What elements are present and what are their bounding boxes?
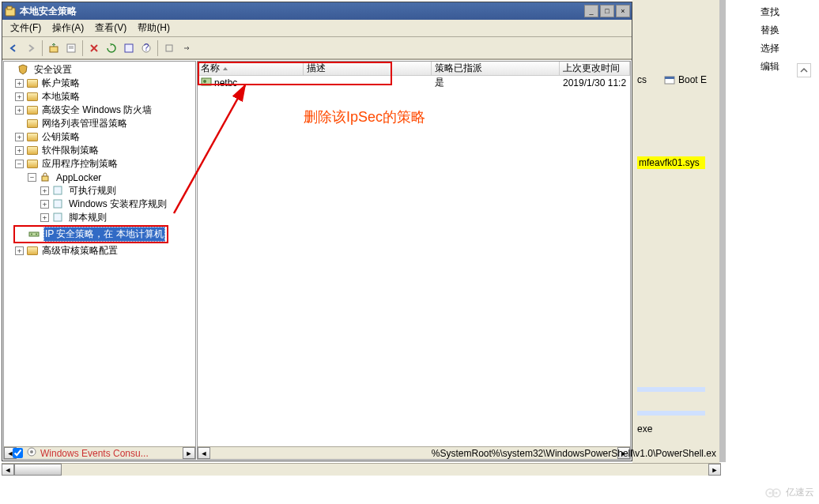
folder-icon: [27, 92, 38, 101]
side-find[interactable]: 查找: [756, 3, 784, 21]
bg-text-cs: cs: [637, 74, 659, 85]
svg-point-27: [776, 491, 778, 494]
menu-help[interactable]: 帮助(H): [133, 20, 175, 36]
svg-rect-12: [42, 176, 48, 181]
col-modified[interactable]: 上次更改时间: [560, 62, 630, 75]
svg-rect-1: [665, 77, 674, 79]
svg-point-20: [203, 80, 206, 83]
folder-icon: [27, 246, 38, 255]
folder-icon: [27, 133, 38, 141]
bottom-path: %SystemRoot%\system32\WindowsPowerShell\…: [432, 448, 716, 459]
export-button[interactable]: [121, 40, 137, 56]
service-icon: [26, 446, 37, 460]
svg-text:?: ?: [144, 43, 149, 53]
back-button[interactable]: [6, 40, 21, 56]
outer-hscrollbar[interactable]: ◄►: [2, 463, 721, 476]
side-replace[interactable]: 替换: [756, 21, 784, 39]
sort-asc-icon: [222, 66, 228, 72]
svg-rect-3: [7, 6, 12, 9]
tree-pubkey[interactable]: +公钥策略: [4, 130, 195, 144]
up-button[interactable]: [46, 40, 62, 56]
tree-account-policy[interactable]: +帐户策略: [4, 77, 195, 90]
bg-text-exe: exe: [637, 423, 652, 434]
titlebar[interactable]: 本地安全策略 _ □ ×: [2, 2, 632, 20]
list-row[interactable]: netbc 是 2019/1/30 11:2: [198, 76, 630, 89]
tree-softrestrict[interactable]: +软件限制策略: [4, 144, 195, 157]
tree-appcontrol[interactable]: −应用程序控制策略: [4, 157, 195, 171]
collapse-icon[interactable]: [797, 63, 811, 77]
folder-icon: [27, 160, 38, 168]
svg-point-18: [36, 233, 37, 235]
side-edit[interactable]: 编辑: [756, 58, 784, 76]
row-checkbox[interactable]: [13, 448, 23, 458]
svg-rect-16: [29, 232, 39, 236]
window-title: 本地安全策略: [20, 5, 584, 18]
menubar: 文件(F) 操作(A) 查看(V) 帮助(H): [2, 20, 632, 37]
toolbar: ?: [2, 37, 632, 59]
side-select[interactable]: 选择: [756, 39, 784, 58]
bottom-label: Windows Events Consu...: [40, 448, 432, 459]
side-menu: 查找 替换 选择 编辑: [756, 3, 784, 76]
rule-icon: [52, 212, 65, 224]
tree-ipsec[interactable]: IP 安全策略，在 本地计算机: [17, 228, 165, 241]
col-assigned[interactable]: 策略已指派: [432, 62, 560, 75]
tree-pane: 安全设置 +帐户策略 +本地策略 +高级安全 Windows 防火墙 网络列表管…: [3, 61, 196, 460]
lock-icon: [40, 171, 52, 184]
properties-button[interactable]: [63, 40, 79, 56]
close-button[interactable]: ×: [616, 5, 630, 17]
svg-point-17: [31, 233, 32, 235]
app-icon: [4, 5, 17, 17]
svg-rect-11: [166, 45, 172, 51]
tree-scriptrules[interactable]: +脚本规则: [4, 211, 195, 224]
folder-icon: [27, 119, 38, 128]
shield-icon: [17, 64, 30, 77]
svg-rect-4: [50, 47, 58, 52]
watermark: 亿速云: [765, 486, 814, 499]
forward-button[interactable]: [23, 40, 39, 56]
annotation-text: 删除该IpSec的策略: [304, 107, 425, 126]
help-button[interactable]: ?: [138, 40, 154, 56]
bg-stripe: [637, 387, 705, 392]
bg-stripe: [637, 411, 705, 416]
menu-action[interactable]: 操作(A): [47, 20, 89, 36]
col-desc[interactable]: 描述: [304, 62, 432, 75]
delete-button[interactable]: [86, 40, 102, 56]
maximize-button[interactable]: □: [600, 5, 614, 17]
menu-file[interactable]: 文件(F): [6, 20, 46, 36]
tree-installerrules[interactable]: +Windows 安装程序规则: [4, 197, 195, 211]
tree-applocker[interactable]: −AppLocker: [4, 171, 195, 184]
svg-rect-14: [54, 200, 62, 208]
action-button-2[interactable]: [179, 40, 194, 56]
svg-point-26: [769, 491, 772, 494]
list-header: 名称 描述 策略已指派 上次更改时间: [198, 62, 630, 76]
ipsec-icon: [28, 228, 41, 241]
row-name: netbc: [214, 77, 237, 88]
highlighted-sysfile: mfeavfk01.sys: [637, 156, 705, 169]
svg-rect-15: [54, 213, 62, 221]
folder-icon: [27, 146, 38, 155]
minimize-button[interactable]: _: [584, 5, 598, 17]
svg-rect-19: [202, 78, 211, 85]
svg-point-23: [30, 450, 33, 453]
tree-local-policy[interactable]: +本地策略: [4, 90, 195, 103]
action-button-1[interactable]: [161, 40, 177, 56]
security-policy-window: 本地安全策略 _ □ × 文件(F) 操作(A) 查看(V) 帮助(H) ? 安…: [2, 2, 632, 461]
tree-netlist[interactable]: 网络列表管理器策略: [4, 117, 195, 130]
rule-icon: [52, 198, 65, 211]
tree-firewall[interactable]: +高级安全 Windows 防火墙: [4, 103, 195, 117]
row-assigned: 是: [432, 75, 560, 90]
boot-chip[interactable]: Boot E: [664, 74, 707, 85]
col-name[interactable]: 名称: [198, 62, 304, 75]
tree-audit[interactable]: +高级审核策略配置: [4, 244, 195, 258]
bottom-row[interactable]: Windows Events Consu... %SystemRoot%\sys…: [13, 446, 716, 460]
refresh-button[interactable]: [104, 40, 119, 56]
folder-icon: [27, 106, 38, 115]
rule-icon: [52, 185, 65, 197]
menu-view[interactable]: 查看(V): [90, 20, 131, 36]
policy-icon: [201, 76, 212, 89]
row-modified: 2019/1/30 11:2: [560, 77, 630, 89]
tree-root[interactable]: 安全设置: [4, 63, 195, 77]
folder-icon: [27, 79, 38, 88]
svg-rect-8: [125, 44, 133, 52]
tree-exerules[interactable]: +可执行规则: [4, 184, 195, 197]
